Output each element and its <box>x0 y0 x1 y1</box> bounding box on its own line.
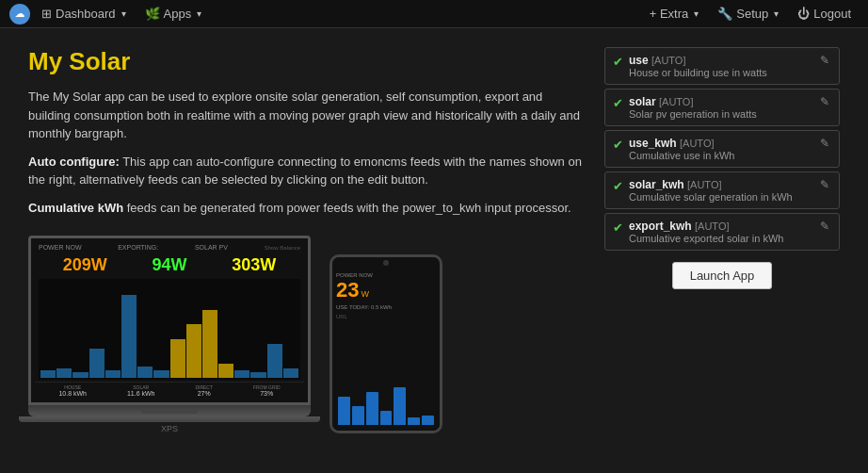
laptop-body <box>28 405 311 416</box>
solar-pv-value: 303W <box>232 256 276 273</box>
launch-btn-wrap: Launch App <box>604 262 840 289</box>
solar-value: 11.6 kWh <box>127 390 155 397</box>
laptop-notch <box>141 409 198 414</box>
exporting-value: 94W <box>152 256 186 273</box>
feed-name-solar: solar [AUTO] <box>629 95 757 108</box>
feed-list: ✔ use [AUTO] House or building use in wa… <box>604 47 840 251</box>
setup-label: Setup <box>736 7 768 21</box>
feed-item-solar_kwh: ✔ solar_kwh [AUTO] Cumulative solar gene… <box>604 171 840 209</box>
screen-header: POWER NOW EXPORTING: SOLAR PV Show Balan… <box>35 242 304 253</box>
feed-info-export_kwh: export_kwh [AUTO] Cumulative exported so… <box>629 220 783 244</box>
main-content: My Solar The My Solar app can be used to… <box>0 28 868 452</box>
power-readings: 209W 94W 303W <box>35 253 304 277</box>
screen-footer: HOUSE 10.8 kWh SOLAR 11.6 kWh DIRECT 27% <box>35 382 304 399</box>
feed-name-export_kwh: export_kwh [AUTO] <box>629 220 783 233</box>
brand-logo-icon: ☁ <box>9 4 30 24</box>
extra-nav-item[interactable]: + Extra ▾ <box>642 0 707 28</box>
feed-edit-export_kwh[interactable]: ✎ <box>818 220 831 233</box>
feed-edit-use_kwh[interactable]: ✎ <box>818 137 831 150</box>
solar-pv-reading: 303W <box>232 256 276 273</box>
navbar-right: + Extra ▾ 🔧 Setup ▾ ⏻ Logout <box>642 0 859 28</box>
feed-edit-solar_kwh[interactable]: ✎ <box>818 178 831 191</box>
phone-bar-3 <box>366 392 378 425</box>
footer-grid: FROM GRID 73% <box>253 384 281 397</box>
phone-bar-4 <box>380 411 393 425</box>
footer-direct: DIRECT 27% <box>195 384 213 397</box>
feed-desc-use_kwh: Cumulative use in kWh <box>629 150 735 161</box>
description-2: Auto configure: This app can auto-config… <box>28 153 586 189</box>
dashboard-caret-icon: ▾ <box>121 8 126 19</box>
phone-url: URL <box>336 314 436 319</box>
nav-brand: ☁ <box>9 4 30 24</box>
feed-edit-solar[interactable]: ✎ <box>818 95 831 108</box>
phone-bar-2 <box>352 406 364 425</box>
screen-graph <box>39 279 300 380</box>
apps-caret-icon: ▾ <box>197 8 201 19</box>
page-title: My Solar <box>28 47 586 76</box>
leaf-icon: 🌿 <box>145 7 160 21</box>
phone-graph <box>336 380 436 427</box>
solar-pv-label: SOLAR PV <box>195 244 228 251</box>
feed-item-use_kwh: ✔ use_kwh [AUTO] Cumulative use in kWh ✎ <box>604 130 840 168</box>
feed-check-solar: ✔ <box>613 96 623 110</box>
logout-icon: ⏻ <box>797 7 810 21</box>
power-now-reading: 209W <box>63 256 107 273</box>
phone-bar-1 <box>338 397 350 425</box>
laptop-screen: POWER NOW EXPORTING: SOLAR PV Show Balan… <box>28 236 311 405</box>
setup-caret-icon: ▾ <box>774 8 779 19</box>
feed-item-left-solar_kwh: ✔ solar_kwh [AUTO] Cumulative solar gene… <box>613 178 793 203</box>
setup-icon: 🔧 <box>717 7 732 21</box>
feed-desc-use: House or building use in watts <box>629 67 767 78</box>
feed-check-export_kwh: ✔ <box>613 220 623 235</box>
description-3: Cumulative kWh feeds can be generated fr… <box>28 199 586 218</box>
cumulative-label: Cumulative kWh <box>28 201 123 215</box>
phone-power-value: 23 <box>336 278 359 302</box>
feed-item-left-use: ✔ use [AUTO] House or building use in wa… <box>613 54 767 78</box>
launch-app-button[interactable]: Launch App <box>672 262 773 289</box>
content-left: My Solar The My Solar app can be used to… <box>28 47 586 433</box>
apps-nav-item[interactable]: 🌿 Apps ▾ <box>137 0 210 28</box>
setup-nav-item[interactable]: 🔧 Setup ▾ <box>710 0 786 28</box>
feed-desc-export_kwh: Cumulative exported solar in kWh <box>629 233 783 244</box>
feed-edit-use[interactable]: ✎ <box>818 54 831 67</box>
screenshots: POWER NOW EXPORTING: SOLAR PV Show Balan… <box>28 236 586 433</box>
feed-auto-export_kwh: [AUTO] <box>695 220 729 232</box>
phone-mockup: POWER NOW 23 W USE TODAY: 0.5 kWh URL <box>330 254 442 433</box>
feed-info-use_kwh: use_kwh [AUTO] Cumulative use in kWh <box>629 137 735 161</box>
laptop-mockup: POWER NOW EXPORTING: SOLAR PV Show Balan… <box>28 236 311 433</box>
laptop-base <box>19 416 320 422</box>
feed-check-use_kwh: ✔ <box>613 138 623 152</box>
logout-label: Logout <box>813 7 851 21</box>
house-value: 10.8 kWh <box>58 390 87 397</box>
apps-label: Apps <box>164 7 192 21</box>
dashboard-nav-item[interactable]: ⊞ Dashboard ▾ <box>34 0 134 28</box>
feed-desc-solar_kwh: Cumulative solar generation in kWh <box>629 191 793 203</box>
feed-desc-solar: Solar pv generation in watts <box>629 108 757 120</box>
feed-info-solar: solar [AUTO] Solar pv generation in watt… <box>629 95 757 120</box>
power-now-value: 209W <box>63 256 107 273</box>
footer-solar: SOLAR 11.6 kWh <box>127 384 155 397</box>
grid-value: 73% <box>253 390 281 397</box>
extra-label: + Extra <box>650 7 689 21</box>
navbar: ☁ ⊞ Dashboard ▾ 🌿 Apps ▾ + Extra ▾ 🔧 Set… <box>0 0 868 28</box>
phone-top-bar <box>332 257 440 269</box>
exporting-reading: 94W <box>152 256 186 273</box>
feed-check-use: ✔ <box>613 55 623 69</box>
show-balance-label: Show Balance <box>265 245 300 251</box>
feed-auto-solar_kwh: [AUTO] <box>687 179 721 190</box>
logout-nav-item[interactable]: ⏻ Logout <box>790 0 859 28</box>
feed-item-left-use_kwh: ✔ use_kwh [AUTO] Cumulative use in kWh <box>613 137 735 161</box>
feed-name-solar_kwh: solar_kwh [AUTO] <box>629 178 793 191</box>
feed-info-use: use [AUTO] House or building use in watt… <box>629 54 767 78</box>
footer-house: HOUSE 10.8 kWh <box>58 384 87 397</box>
phone-bar-5 <box>394 387 406 425</box>
auto-configure-label: Auto configure: <box>28 155 120 169</box>
content-right: ✔ use [AUTO] House or building use in wa… <box>604 47 840 433</box>
feed-name-use_kwh: use_kwh [AUTO] <box>629 137 735 150</box>
feed-name-use: use [AUTO] <box>629 54 767 67</box>
feed-item-solar: ✔ solar [AUTO] Solar pv generation in wa… <box>604 89 840 126</box>
extra-caret-icon: ▾ <box>694 8 699 19</box>
phone-power-unit: W <box>361 289 369 299</box>
feed-info-solar_kwh: solar_kwh [AUTO] Cumulative solar genera… <box>629 178 793 203</box>
navbar-left: ☁ ⊞ Dashboard ▾ 🌿 Apps ▾ <box>9 0 209 28</box>
